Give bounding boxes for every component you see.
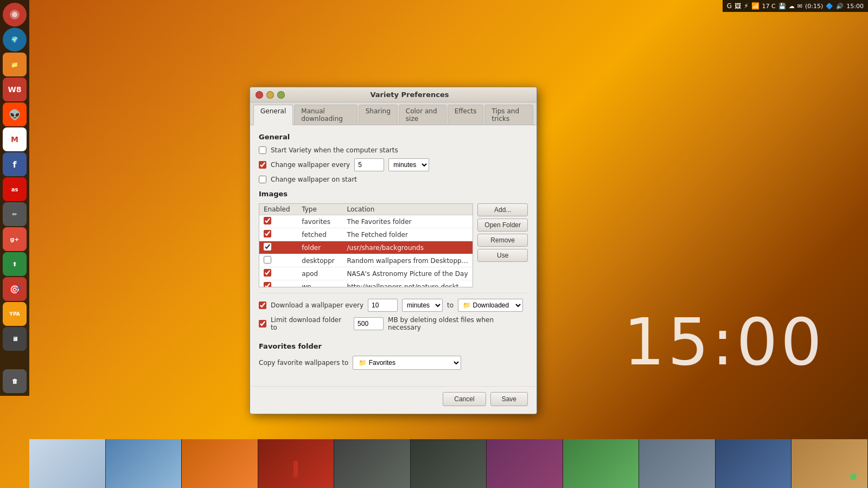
table-row[interactable]: fetched The Fetched folder [259,228,473,241]
thumbnail-0[interactable] [29,439,106,488]
taskbar-icon-gplus[interactable]: g+ [3,227,27,251]
row-checkbox-4[interactable] [264,269,271,277]
tab-sharing[interactable]: Sharing [359,105,398,125]
cancel-button[interactable]: Cancel [443,392,486,406]
tray-audio[interactable]: 🔊 [836,3,844,10]
thumbnail-3[interactable] [258,439,335,488]
table-row[interactable]: wn http://wallpapers.net/nature-desktop-… [259,280,473,288]
row-type-3: desktoppr [297,254,342,267]
dialog-footer: Cancel Save [250,386,537,414]
close-button[interactable] [256,91,263,99]
tray-icon-4[interactable]: 📶 [751,2,760,10]
thumbnail-7[interactable] [563,439,640,488]
tray-icon-5[interactable]: 💾 [778,3,786,10]
thumbnail-1[interactable] [106,439,182,488]
taskbar-icon-red2[interactable]: 🎯 [3,277,27,301]
tab-general[interactable]: General [253,105,293,125]
clock-display: 15:00 [623,304,825,380]
taskbar-icon-earth[interactable]: 🌍 [3,28,27,52]
row-checkbox-2[interactable] [264,243,271,251]
download-to-label: to [447,301,454,309]
row-type-1: fetched [297,228,342,241]
copy-favorites-label: Copy favorite wallpapers to [259,359,348,367]
change-wallpaper-unit-select[interactable]: minutes seconds hours [388,158,429,171]
thumbnail-5[interactable] [411,439,487,488]
row-checkbox-1[interactable] [264,230,271,237]
tray-icon-7[interactable]: ✉ [797,3,802,10]
tab-tips-and-tricks[interactable]: Tips and tricks [484,105,533,125]
taskbar-icon-upload[interactable]: ⬆ [3,252,27,276]
dialog-title: Variety Preferences [288,91,531,99]
tab-effects[interactable]: Effects [448,105,484,125]
tab-manual-downloading[interactable]: Manual downloading [294,105,357,125]
add-button[interactable]: Add... [477,203,528,216]
row-location-5: http://wallpapers.net/nature-desktop-wal… [343,280,473,288]
taskbar-icon-variety[interactable] [3,3,27,27]
tray-battery: (0:15) [805,3,823,10]
limit-value-input[interactable] [354,317,384,330]
tray-icon-1[interactable]: G [727,2,732,10]
favorites-section: Favorites folder Copy favorite wallpaper… [259,338,528,370]
download-destination-select[interactable]: 📁 Downloaded [458,299,523,312]
taskbar-icon-w8[interactable]: W8 [3,78,27,101]
thumbnail-9[interactable] [716,439,792,488]
taskbar-icon-reddit[interactable]: 👽 [3,102,27,126]
change-wallpaper-checkbox[interactable] [259,161,266,169]
minimize-button[interactable] [266,91,274,99]
table-row-selected[interactable]: folder /usr/share/backgrounds [259,241,473,254]
thumbnail-4[interactable] [334,439,411,488]
variety-preferences-dialog: Variety Preferences General Manual downl… [250,87,537,414]
start-on-boot-checkbox[interactable] [259,146,266,154]
start-on-boot-label: Start Variety when the computer starts [271,146,398,154]
table-buttons: Add... Open Folder Remove Use [477,203,528,287]
tray-bluetooth[interactable]: 🔷 [826,3,833,10]
row-type-2: folder [297,241,342,254]
tab-color-and-size[interactable]: Color and size [399,105,446,125]
limit-row: Limit download folder to MB by deleting … [259,316,528,331]
tray-icon-6[interactable]: ☁ [789,3,795,10]
change-wallpaper-row: Change wallpaper every minutes seconds h… [259,158,528,171]
table-row[interactable]: desktoppr Random wallpapers from Desktop… [259,254,473,267]
open-folder-button[interactable]: Open Folder [477,219,528,232]
thumbnail-6[interactable] [487,439,563,488]
general-section: General Start Variety when the computer … [259,133,528,183]
maximize-button[interactable] [277,91,285,99]
use-button[interactable]: Use [477,249,528,262]
tray-temp: 17 C [762,3,776,10]
col-type: Type [297,204,342,215]
favorites-destination-select[interactable]: 📁 Favorites [353,356,461,370]
taskbar-icon-facebook[interactable]: f [3,152,27,176]
row-checkbox-3[interactable] [264,256,271,264]
taskbar-icon-ypa[interactable]: YPA [3,302,27,326]
taskbar-icon-monitor[interactable]: 🖥 [3,327,27,351]
download-checkbox[interactable] [259,301,266,309]
change-on-start-checkbox[interactable] [259,176,266,183]
table-row[interactable]: favorites The Favorites folder [259,215,473,228]
change-wallpaper-value-input[interactable] [354,158,384,171]
row-checkbox-0[interactable] [264,217,271,224]
taskbar-icon-gmail[interactable]: M [3,127,27,151]
svg-point-1 [12,12,17,17]
thumbnail-10[interactable] [792,439,868,488]
thumbnail-2[interactable] [182,439,258,488]
download-unit-select[interactable]: minutes seconds hours [402,299,443,312]
taskbar-icon-lastfm[interactable]: as [3,177,27,201]
images-section-title: Images [259,190,528,198]
thumbnail-8[interactable] [639,439,716,488]
taskbar-icon-trash[interactable]: 🗑 [3,369,27,393]
row-location-3: Random wallpapers from Desktoppr.co [343,254,473,267]
row-location-4: NASA's Astronomy Picture of the Day [343,267,473,280]
limit-checkbox[interactable] [259,320,266,328]
tray-icon-2[interactable]: 🖼 [735,2,741,10]
remove-button[interactable]: Remove [477,234,528,247]
taskbar-icon-pencil[interactable]: ✏️ [3,202,27,226]
taskbar-icon-folder[interactable]: 📁 [3,53,27,76]
images-table-wrapper: Enabled Type Location favorites The Favo… [259,203,528,287]
save-button[interactable]: Save [490,392,528,406]
download-value-input[interactable] [368,299,398,312]
row-checkbox-5[interactable] [264,282,271,287]
tray-icon-3[interactable]: ⚡ [744,2,748,10]
table-row[interactable]: apod NASA's Astronomy Picture of the Day [259,267,473,280]
dialog-titlebar: Variety Preferences [250,87,537,102]
dialog-content: General Start Variety when the computer … [250,125,537,382]
